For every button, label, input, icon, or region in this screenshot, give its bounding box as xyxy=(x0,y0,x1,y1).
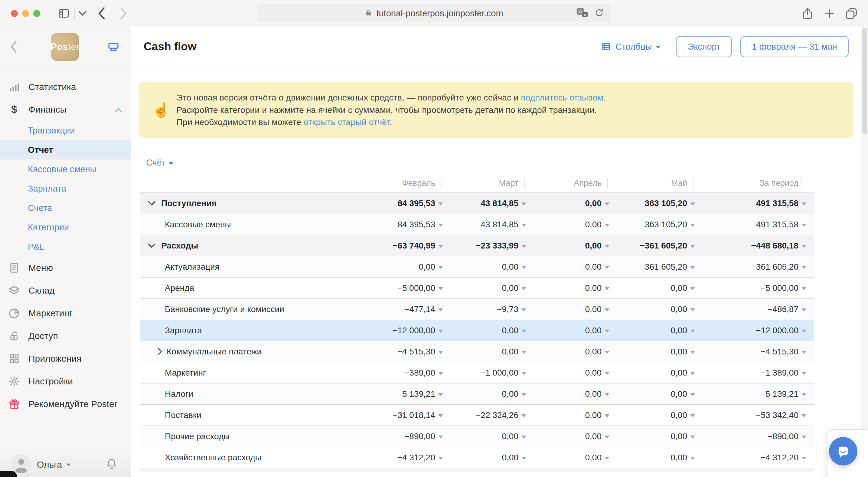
value-cell[interactable]: 0,00 xyxy=(528,389,611,399)
value-cell[interactable]: 0,00 xyxy=(611,326,696,335)
value-cell[interactable]: −1 000,00 xyxy=(444,368,528,378)
feedback-link[interactable]: поделитесь отзывом xyxy=(521,93,603,102)
window-zoom-button[interactable] xyxy=(33,10,40,17)
value-cell[interactable]: −1 389,00 xyxy=(696,368,814,378)
value-cell[interactable]: −23 333,99 xyxy=(444,241,528,250)
sidebar-item-pnl[interactable]: P&L xyxy=(0,237,131,256)
value-cell[interactable]: −477,14 xyxy=(369,304,444,314)
scrollbar-thumb[interactable] xyxy=(862,28,867,135)
sidebar-item-menu[interactable]: Меню xyxy=(0,256,131,279)
value-cell[interactable]: 0,00 xyxy=(369,262,444,272)
value-cell[interactable]: 0,00 xyxy=(528,410,611,420)
value-cell[interactable]: 0,00 xyxy=(444,347,528,357)
value-cell[interactable]: −53 342,40 xyxy=(696,410,814,420)
value-cell[interactable]: 0,00 xyxy=(611,410,696,420)
value-cell[interactable]: 0,00 xyxy=(611,389,696,399)
value-cell[interactable]: −5 139,21 xyxy=(696,389,814,399)
sidebar-toggle-icon[interactable] xyxy=(58,7,70,19)
value-cell[interactable]: 491 315,58 xyxy=(696,220,814,230)
collapse-chevron-icon[interactable] xyxy=(148,201,156,206)
sidebar-item-transactions[interactable]: Транзакции xyxy=(0,121,131,140)
value-cell[interactable]: −361 605,20 xyxy=(696,262,814,272)
back-button[interactable] xyxy=(96,7,106,20)
value-cell[interactable]: −486,87 xyxy=(696,304,814,314)
value-cell[interactable]: 0,00 xyxy=(611,431,696,441)
value-cell[interactable]: −22 324,26 xyxy=(444,410,528,420)
value-cell[interactable]: 0,00 xyxy=(611,304,696,314)
value-cell[interactable]: −5 000,00 xyxy=(369,283,444,293)
sidebar-item-settings[interactable]: Настройки xyxy=(0,370,131,393)
value-cell[interactable]: 0,00 xyxy=(444,283,528,293)
sidebar-item-apps[interactable]: Приложения xyxy=(0,347,131,370)
forward-button[interactable] xyxy=(119,7,129,20)
value-cell[interactable]: 0,00 xyxy=(611,368,696,378)
chat-button[interactable] xyxy=(829,437,858,466)
value-cell[interactable]: −12 000,00 xyxy=(696,326,814,335)
address-bar[interactable]: tutorial-posterpos.joinposter.com Aя xyxy=(258,4,610,22)
category-row-name[interactable]: Коммунальные платежи xyxy=(140,347,369,357)
export-button[interactable]: Экспорт xyxy=(676,36,732,57)
value-cell[interactable]: 0,00 xyxy=(444,262,528,272)
sidebar-item-categories[interactable]: Категории xyxy=(0,218,131,237)
account-filter[interactable]: Счёт xyxy=(146,158,174,168)
bell-icon[interactable] xyxy=(105,457,118,472)
sidebar-item-stats[interactable]: Статистика xyxy=(0,76,131,98)
scrollbar[interactable] xyxy=(861,27,868,477)
user-menu[interactable]: Ольга xyxy=(37,459,71,470)
translate-icon[interactable]: Aя xyxy=(575,7,589,20)
sidebar-item-marketing[interactable]: Маркетинг xyxy=(0,302,131,324)
sidebar-item-cash-shifts[interactable]: Кассовые смены xyxy=(0,159,131,179)
old-report-link[interactable]: открыть старый отчёт xyxy=(304,117,390,127)
value-cell[interactable]: 0,00 xyxy=(528,220,611,230)
sidebar-item-report[interactable]: Отчет xyxy=(0,140,131,159)
value-cell[interactable]: −63 740,99 xyxy=(369,241,444,250)
value-cell[interactable]: 0,00 xyxy=(528,262,611,272)
value-cell[interactable]: −4 515,30 xyxy=(369,347,444,357)
value-cell[interactable]: 363 105,20 xyxy=(611,199,696,208)
value-cell[interactable]: 0,00 xyxy=(528,304,611,314)
sidebar-item-salary[interactable]: Зарплата xyxy=(0,179,131,198)
value-cell[interactable]: 43 814,85 xyxy=(444,199,528,208)
share-icon[interactable] xyxy=(801,7,814,21)
window-minimize-button[interactable] xyxy=(22,10,29,17)
sidebar-item-finance[interactable]: $Финансы xyxy=(0,98,131,121)
value-cell[interactable]: 0,00 xyxy=(528,199,611,208)
value-cell[interactable]: 0,00 xyxy=(611,453,696,463)
sidebar-item-recommend[interactable]: Рекомендуйте Poster xyxy=(0,393,131,415)
value-cell[interactable]: −12 000,00 xyxy=(369,326,444,335)
chevron-down-icon[interactable] xyxy=(78,10,87,16)
poster-logo[interactable]: Poster xyxy=(51,33,79,61)
value-cell[interactable]: −361 605,20 xyxy=(611,241,696,250)
sidebar-item-stock[interactable]: Склад xyxy=(0,279,131,302)
value-cell[interactable]: 0,00 xyxy=(611,347,696,357)
value-cell[interactable]: −4 312,20 xyxy=(696,453,814,463)
value-cell[interactable]: 0,00 xyxy=(528,326,611,335)
value-cell[interactable]: 84 395,53 xyxy=(369,220,444,230)
value-cell[interactable]: −890,00 xyxy=(696,431,814,441)
value-cell[interactable]: −4 312,20 xyxy=(369,453,444,463)
value-cell[interactable]: 0,00 xyxy=(611,283,696,293)
value-cell[interactable]: 0,00 xyxy=(528,453,611,463)
value-cell[interactable]: 0,00 xyxy=(444,431,528,441)
sidebar-item-accounts[interactable]: Счета xyxy=(0,198,131,218)
value-cell[interactable]: −890,00 xyxy=(369,431,444,441)
group-row-name[interactable]: Поступления xyxy=(140,199,369,208)
reload-icon[interactable] xyxy=(594,7,604,19)
value-cell[interactable]: −5 000,00 xyxy=(696,283,814,293)
value-cell[interactable]: −9,73 xyxy=(444,304,528,314)
expand-chevron-icon[interactable] xyxy=(157,348,162,356)
collapse-sidebar-icon[interactable] xyxy=(9,40,18,55)
value-cell[interactable]: 0,00 xyxy=(528,347,611,357)
value-cell[interactable]: −361 605,20 xyxy=(611,262,696,272)
value-cell[interactable]: −4 515,30 xyxy=(696,347,814,357)
value-cell[interactable]: −389,00 xyxy=(369,368,444,378)
collapse-chevron-icon[interactable] xyxy=(148,243,156,248)
value-cell[interactable]: 0,00 xyxy=(528,368,611,378)
value-cell[interactable]: 363 105,20 xyxy=(611,220,696,230)
pos-terminal-icon[interactable] xyxy=(107,41,120,55)
value-cell[interactable]: 43 814,85 xyxy=(444,220,528,230)
value-cell[interactable]: −5 139,21 xyxy=(369,389,444,399)
sidebar-item-access[interactable]: Доступ xyxy=(0,324,131,347)
tabs-overview-icon[interactable] xyxy=(844,7,858,21)
value-cell[interactable]: 0,00 xyxy=(528,283,611,293)
